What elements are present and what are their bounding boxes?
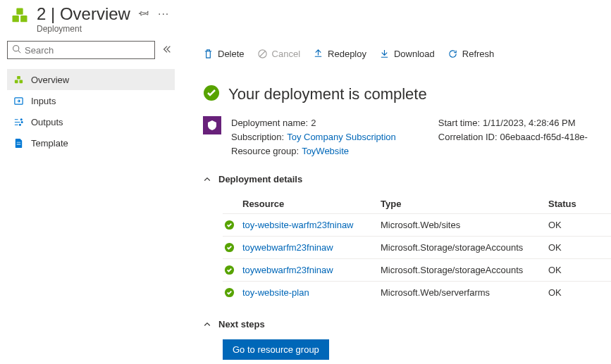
resource-type: Microsoft.Web/sites <box>381 220 548 230</box>
inputs-icon <box>13 95 24 106</box>
sidebar: Overview Inputs Outputs Template <box>0 39 182 364</box>
success-check-icon <box>203 84 220 103</box>
table-row: toy-website-planMicrosoft.Web/serverfarm… <box>223 281 611 303</box>
resource-link[interactable]: toywebwarfm23fninaw <box>242 265 333 275</box>
search-input[interactable] <box>25 45 150 56</box>
refresh-button[interactable]: Refresh <box>448 49 495 59</box>
chevron-up-icon <box>203 320 211 329</box>
search-icon <box>12 44 21 56</box>
page-title: 2 | Overview <box>37 4 130 24</box>
table-row: toywebwarfm23fninawMicrosoft.Storage/sto… <box>223 236 611 258</box>
svg-point-11 <box>19 124 20 125</box>
col-header-status: Status <box>548 199 611 209</box>
resource-status: OK <box>548 265 611 275</box>
resource-link[interactable]: toywebwarfm23fninaw <box>242 242 333 253</box>
resource-type: Microsoft.Storage/storageAccounts <box>381 265 548 275</box>
deployment-details-toggle[interactable]: Deployment details <box>203 174 611 184</box>
resource-link[interactable]: toy-website-warfm23fninaw <box>242 220 354 230</box>
svg-rect-6 <box>19 80 23 83</box>
sidebar-item-overview[interactable]: Overview <box>7 69 175 90</box>
toolbar: Delete Cancel Redeploy Download Refresh <box>203 41 611 66</box>
subscription-label: Subscription: <box>231 130 284 144</box>
svg-point-3 <box>13 46 19 51</box>
success-check-icon <box>223 287 235 298</box>
svg-point-9 <box>20 118 22 120</box>
deployment-icon <box>13 74 24 85</box>
table-row: toywebwarfm23fninawMicrosoft.Storage/sto… <box>223 258 611 281</box>
deployment-name-value: 2 <box>311 116 316 130</box>
svg-rect-2 <box>16 8 23 15</box>
sidebar-item-label: Outputs <box>31 117 63 127</box>
chevron-up-icon <box>203 175 211 184</box>
correlation-id-value: 06ebaacd-f65d-418e- <box>500 130 588 144</box>
sidebar-item-template[interactable]: Template <box>7 132 175 153</box>
resource-group-link[interactable]: ToyWebsite <box>302 144 349 158</box>
redeploy-button[interactable]: Redeploy <box>313 49 366 59</box>
svg-line-13 <box>259 51 265 56</box>
svg-rect-7 <box>17 75 20 79</box>
detail-col-left: Deployment name: 2 Subscription: Toy Com… <box>231 116 396 158</box>
table-row: toy-website-warfm23fninawMicrosoft.Web/s… <box>223 213 611 236</box>
delete-button[interactable]: Delete <box>203 49 245 59</box>
success-check-icon <box>223 242 235 253</box>
sidebar-item-label: Inputs <box>31 96 56 106</box>
svg-rect-0 <box>13 15 19 22</box>
detail-col-right: Start time: 1/11/2023, 4:28:46 PM Correl… <box>438 116 588 158</box>
svg-rect-5 <box>14 80 18 83</box>
resource-type: Microsoft.Storage/storageAccounts <box>381 242 548 253</box>
deployment-badge-icon <box>203 116 221 134</box>
success-check-icon <box>223 220 235 230</box>
outputs-icon <box>13 116 24 127</box>
collapse-sidebar-icon[interactable] <box>159 44 175 56</box>
more-icon[interactable]: ··· <box>158 8 169 20</box>
main-content: Delete Cancel Redeploy Download Refresh <box>182 39 611 364</box>
svg-rect-1 <box>20 15 27 22</box>
sidebar-item-outputs[interactable]: Outputs <box>7 111 175 132</box>
status-heading: Your deployment is complete <box>228 85 427 103</box>
subscription-link[interactable]: Toy Company Subscription <box>287 130 396 144</box>
table-header: Resource Type Status <box>223 194 611 213</box>
col-header-type: Type <box>381 199 548 209</box>
start-time-label: Start time: <box>438 116 480 130</box>
page-subtitle: Deployment <box>37 24 169 34</box>
page-header: 2 | Overview ··· Deployment <box>0 0 611 39</box>
svg-point-10 <box>21 121 23 123</box>
template-icon <box>13 137 24 149</box>
resource-group-label: Resource group: <box>231 144 299 158</box>
sidebar-item-inputs[interactable]: Inputs <box>7 90 175 111</box>
resource-status: OK <box>548 287 611 298</box>
resource-status: OK <box>548 220 611 230</box>
deployment-icon <box>10 6 30 25</box>
search-box[interactable] <box>7 41 155 59</box>
sidebar-item-label: Template <box>31 138 68 149</box>
download-button[interactable]: Download <box>379 49 435 59</box>
success-check-icon <box>223 265 235 275</box>
col-header-resource: Resource <box>223 199 381 209</box>
correlation-id-label: Correlation ID: <box>438 130 498 144</box>
cancel-button: Cancel <box>257 49 300 59</box>
sidebar-item-label: Overview <box>31 75 69 85</box>
deployment-details-table: Resource Type Status toy-website-warfm23… <box>223 194 611 303</box>
svg-line-4 <box>18 51 20 53</box>
pin-icon[interactable] <box>139 8 149 20</box>
deployment-name-label: Deployment name: <box>231 116 308 130</box>
resource-type: Microsoft.Web/serverfarms <box>381 287 548 298</box>
next-steps-toggle[interactable]: Next steps <box>203 319 611 330</box>
start-time-value: 1/11/2023, 4:28:46 PM <box>483 116 576 130</box>
resource-link[interactable]: toy-website-plan <box>242 287 309 298</box>
resource-status: OK <box>548 242 611 253</box>
go-to-resource-group-button[interactable]: Go to resource group <box>223 339 329 360</box>
